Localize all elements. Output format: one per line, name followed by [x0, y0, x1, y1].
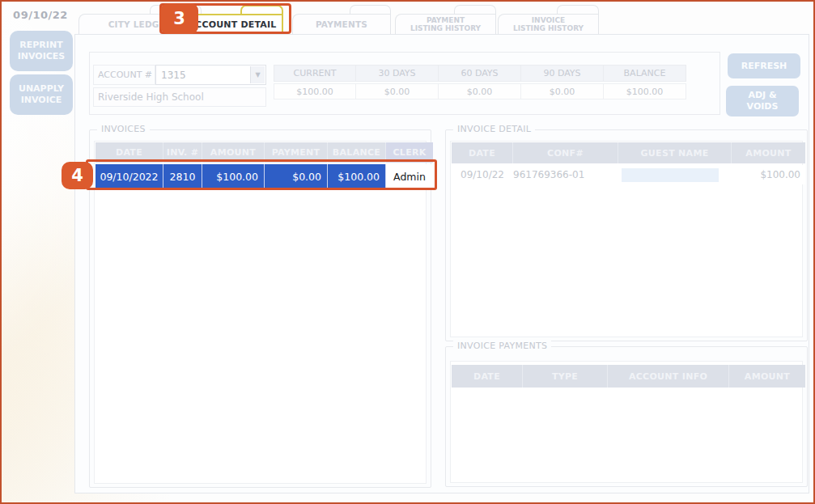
invoices-group: INVOICES DATE INV. # AMOUNT PAYMENT BALA…: [89, 129, 431, 488]
invoice-detail-row-date: 09/10/22: [452, 165, 513, 184]
invoice-payments-header-row: DATE TYPE ACCOUNT INFO AMOUNT: [452, 365, 805, 388]
guest-name-redacted-box: [622, 168, 719, 182]
tab-invoice-listing-history-label-line2: LISTING HISTORY: [513, 24, 584, 32]
tab-payment-listing-history[interactable]: PAYMENT LISTING HISTORY: [395, 5, 496, 34]
invoice-payments-header-account-info: ACCOUNT INFO: [608, 365, 729, 388]
aging-header-90-days: 90 DAYS: [521, 65, 604, 82]
unapply-invoice-button[interactable]: UNAPPLY INVOICE: [10, 74, 73, 115]
invoice-detail-row[interactable]: 09/10/22 961769366-01 $100.00: [452, 165, 805, 184]
aging-value-row: $100.00 $0.00 $0.00 $0.00 $100.00: [274, 82, 686, 100]
invoices-header-clerk: CLERK: [386, 142, 433, 163]
adj-voids-label-line2: VOIDS: [747, 101, 779, 112]
invoice-row-amount: $100.00: [202, 164, 265, 188]
invoice-detail-header-conf: CONF#: [513, 142, 618, 163]
aging-header-balance: BALANCE: [604, 65, 686, 82]
tab-invoice-listing-history-label-line1: INVOICE: [532, 16, 565, 24]
invoices-header-balance: BALANCE: [328, 142, 386, 163]
invoice-row-date: 09/10/2022: [96, 164, 163, 188]
app-window: 09/10/22 REPRINT INVOICES UNAPPLY INVOIC…: [0, 0, 815, 504]
step4-badge: 4: [62, 162, 93, 189]
tab-payments-label: PAYMENTS: [316, 19, 367, 29]
unapply-invoice-label-line2: INVOICE: [21, 95, 62, 106]
invoice-payments-group-title: INVOICE PAYMENTS: [453, 341, 551, 351]
tab-payment-listing-history-label-line1: PAYMENT: [427, 16, 465, 24]
aging-value-balance: $100.00: [604, 83, 686, 100]
tab-invoice-listing-history[interactable]: INVOICE LISTING HISTORY: [498, 5, 599, 34]
invoice-row-clerk: Admin: [386, 164, 433, 188]
aging-value-90-days: $0.00: [521, 83, 604, 100]
invoice-table-row-selected[interactable]: 09/10/2022 2810 $100.00 $0.00 $100.00 Ad…: [96, 164, 433, 188]
tab-payments[interactable]: PAYMENTS: [292, 5, 391, 34]
invoice-row-payment: $0.00: [265, 164, 328, 188]
business-date: 09/10/22: [8, 9, 73, 21]
invoice-payments-list[interactable]: DATE TYPE ACCOUNT INFO AMOUNT: [450, 361, 803, 483]
invoice-payments-group: INVOICE PAYMENTS DATE TYPE ACCOUNT INFO …: [445, 346, 808, 487]
aging-value-60-days: $0.00: [439, 83, 521, 100]
aging-header-30-days: 30 DAYS: [356, 65, 439, 82]
invoice-detail-row-conf: 961769366-01: [513, 165, 618, 184]
account-name-field[interactable]: Riverside High School: [93, 87, 266, 107]
invoices-header-date: DATE: [96, 142, 163, 163]
invoice-detail-row-guest: [618, 165, 732, 184]
account-number-combobox[interactable]: 1315 ▼: [155, 65, 266, 85]
invoice-detail-row-amount: $100.00: [732, 165, 805, 184]
invoices-header-inv-number: INV. #: [163, 142, 202, 163]
invoice-detail-header-row: DATE CONF# GUEST NAME AMOUNT: [452, 142, 805, 163]
aging-summary: CURRENT 30 DAYS 60 DAYS 90 DAYS BALANCE …: [274, 65, 686, 100]
aging-value-30-days: $0.00: [356, 83, 439, 100]
unapply-invoice-label-line1: UNAPPLY: [19, 83, 64, 95]
aging-header-row: CURRENT 30 DAYS 60 DAYS 90 DAYS BALANCE: [274, 65, 686, 82]
invoice-payments-header-amount: AMOUNT: [729, 365, 805, 388]
invoice-detail-header-guest-name: GUEST NAME: [618, 142, 732, 163]
refresh-button[interactable]: REFRESH: [728, 53, 800, 78]
invoices-list[interactable]: DATE INV. # AMOUNT PAYMENT BALANCE CLERK…: [94, 141, 427, 484]
invoice-detail-list[interactable]: DATE CONF# GUEST NAME AMOUNT 09/10/22 96…: [450, 141, 803, 337]
tab-account-detail-label: ACCOUNT DETAIL: [188, 19, 276, 30]
invoice-row-balance: $100.00: [328, 164, 386, 188]
invoice-detail-header-date: DATE: [452, 142, 513, 163]
invoices-header-payment: PAYMENT: [265, 142, 328, 163]
invoices-header-row: DATE INV. # AMOUNT PAYMENT BALANCE CLERK: [96, 142, 433, 163]
adj-voids-label-line1: ADJ &: [748, 90, 776, 101]
account-number-label: ACCOUNT #: [93, 65, 155, 85]
aging-value-current: $100.00: [274, 83, 356, 100]
aging-header-current: CURRENT: [274, 65, 356, 82]
invoice-row-inv-number: 2810: [163, 164, 202, 188]
invoices-header-amount: AMOUNT: [202, 142, 265, 163]
account-number-value: 1315: [161, 70, 186, 81]
invoice-detail-header-amount: AMOUNT: [732, 142, 805, 163]
chevron-down-icon[interactable]: ▼: [250, 66, 265, 83]
reprint-invoices-button[interactable]: REPRINT INVOICES: [10, 31, 73, 71]
invoice-payments-header-date: DATE: [452, 365, 523, 388]
aging-header-60-days: 60 DAYS: [439, 65, 521, 82]
step3-badge: 3: [160, 3, 198, 34]
tab-payment-listing-history-label-line2: LISTING HISTORY: [410, 24, 481, 32]
invoice-detail-group: INVOICE DETAIL DATE CONF# GUEST NAME AMO…: [445, 129, 808, 341]
reprint-invoices-label-line2: INVOICES: [18, 51, 66, 62]
invoice-detail-group-title: INVOICE DETAIL: [453, 124, 535, 134]
invoices-group-title: INVOICES: [97, 124, 150, 134]
adj-voids-button[interactable]: ADJ & VOIDS: [726, 86, 799, 116]
invoice-payments-header-type: TYPE: [523, 365, 608, 388]
reprint-invoices-label-line1: REPRINT: [19, 40, 62, 51]
